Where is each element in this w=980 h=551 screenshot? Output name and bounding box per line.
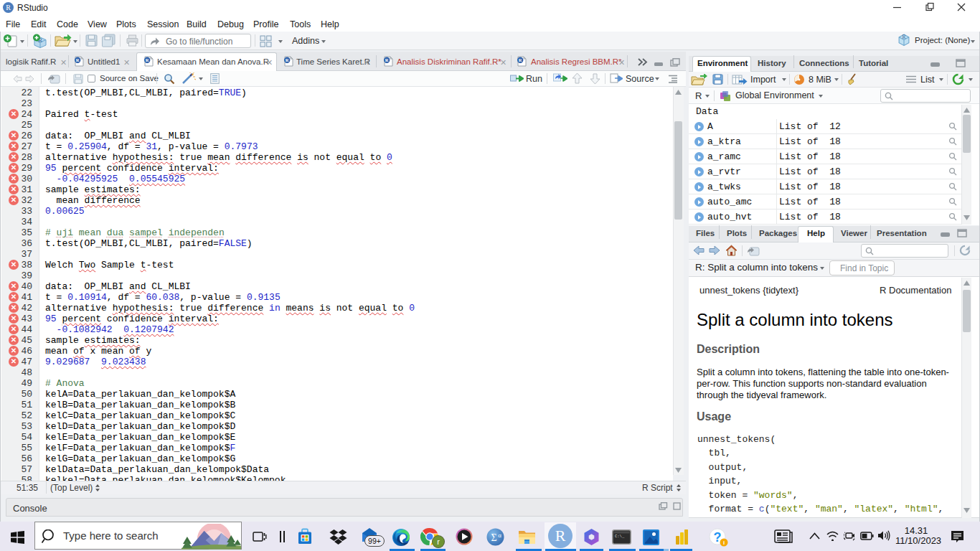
svg-text:R: R (903, 34, 906, 40)
svg-text:Σ: Σ (491, 532, 496, 543)
svg-text:R: R (146, 57, 149, 62)
svg-text:R: R (519, 57, 522, 62)
svg-text:R: R (286, 57, 289, 62)
svg-text:R: R (385, 57, 389, 62)
svg-text:C:\_: C:\_ (615, 534, 625, 539)
svg-text:i: i (723, 540, 725, 546)
svg-text:α: α (498, 532, 501, 539)
svg-text:R: R (76, 57, 80, 62)
